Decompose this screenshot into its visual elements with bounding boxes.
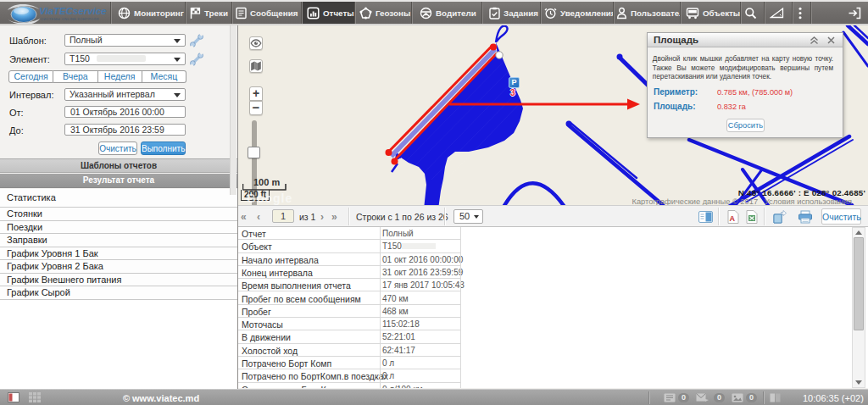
svg-text:A: A	[730, 214, 736, 223]
